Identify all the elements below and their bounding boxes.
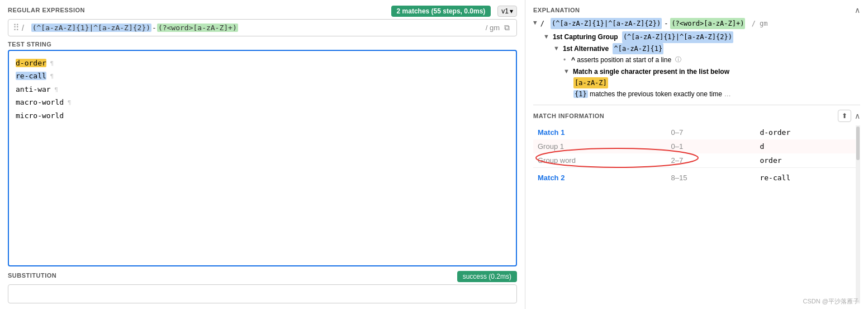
match-info-table: Match 1 0–7 d-order Group 1 0–1 d Group … (533, 125, 860, 185)
substitution-label: SUBSTITUTION (8, 272, 56, 279)
substitution-section: SUBSTITUTION success (0.2ms) (8, 271, 517, 303)
group1-value: d (755, 139, 860, 153)
test-string-section: TEST STRING d-order ¶ re-call ¶ anti-war… (8, 41, 517, 266)
scrollbar-thumb (856, 127, 860, 160)
chevron-down-icon: ▾ (510, 7, 513, 15)
test-line-3: anti-war ¶ (16, 83, 509, 96)
left-panel: REGULAR EXPRESSION 2 matches (55 steps, … (0, 0, 525, 309)
match1-label: Match 1 (533, 125, 666, 139)
match-info-label: MATCH INFORMATION (533, 113, 604, 119)
test-string-area[interactable]: d-order ¶ re-call ¶ anti-war ¶ macro-wor… (8, 50, 517, 266)
exp-header: EXPLANATION ∧ (533, 6, 860, 15)
match-info-header: MATCH INFORMATION ⬆ ∧ (533, 110, 860, 122)
explanation-collapse-icon[interactable]: ∧ (855, 6, 860, 15)
regex-section: REGULAR EXPRESSION 2 matches (55 steps, … (8, 6, 517, 36)
group1-label: Group 1 (533, 139, 666, 153)
group-word-range: 2–7 (666, 153, 755, 168)
regex-input-row: ⠿ / (^[a-zA-Z]{1}|^[a-zA-Z]{2}) - (?<wor… (8, 19, 517, 36)
sub-header: SUBSTITUTION success (0.2ms) (8, 271, 517, 282)
match2-label: Match 2 (533, 167, 666, 185)
substitution-input[interactable] (8, 284, 517, 303)
copy-button[interactable]: ⧉ (502, 22, 512, 34)
version-selector[interactable]: v1 ▾ (497, 6, 517, 17)
table-row: Match 2 8–15 re-call (533, 167, 860, 185)
table-row: Group 1 0–1 d (533, 139, 860, 153)
drag-handle-icon: ⠿ (13, 22, 20, 33)
tree-item-quantifier: {1} matches the previous token exactly o… (573, 88, 860, 100)
tree-item-capturing-group: ▼ 1st Capturing Group (^[a-zA-Z]{1}|^[a-… (543, 31, 860, 43)
tree-item-char-class: ▼ Match a single character present in th… (563, 66, 860, 77)
explanation-label: EXPLANATION (533, 7, 580, 13)
match-highlight-1: d-order (16, 59, 46, 67)
match2-range: 8–15 (666, 167, 755, 185)
test-string-label: TEST STRING (8, 41, 517, 48)
match1-value: d-order (755, 125, 860, 139)
test-line-2: re-call ¶ (16, 69, 509, 82)
group-word-value: order (755, 153, 860, 168)
match-info-collapse-icon[interactable]: ∧ (855, 111, 860, 120)
info-icon[interactable]: ⓘ (675, 54, 681, 65)
match2-value: re-call (755, 167, 860, 185)
tree-item-bracket: [a-zA-Z] (573, 77, 860, 88)
regex-content[interactable]: (^[a-zA-Z]{1}|^[a-zA-Z]{2}) - (?<word>[a… (26, 24, 481, 32)
test-line-1: d-order ¶ (16, 57, 509, 69)
test-line-5: micro-world (16, 109, 509, 122)
group1-range: 0–1 (666, 139, 755, 153)
match-info-content: Match 1 0–7 d-order Group 1 0–1 d Group … (533, 125, 860, 303)
regex-label: REGULAR EXPRESSION (8, 7, 85, 13)
tree-item-assert: • ^ asserts position at start of a line … (563, 54, 860, 65)
exp-content: ▼ / (^[a-zA-Z]{1}|^[a-zA-Z]{2}) - (?<wor… (533, 18, 860, 100)
right-scrollbar[interactable] (856, 125, 860, 303)
sub-badge: success (0.2ms) (457, 271, 517, 282)
match1-range: 0–7 (666, 125, 755, 139)
exp-regex-line: ▼ / (^[a-zA-Z]{1}|^[a-zA-Z]{2}) - (?<wor… (533, 18, 860, 29)
regex-header: REGULAR EXPRESSION 2 matches (55 steps, … (8, 6, 517, 17)
group-word-label: Group word (533, 153, 666, 168)
match-highlight-2: re-call (16, 72, 46, 80)
export-button[interactable]: ⬆ (838, 110, 851, 122)
table-row: Group word 2–7 order (533, 153, 860, 168)
watermark: CSDN @平沙落雁子 (803, 297, 859, 306)
match-info-section: MATCH INFORMATION ⬆ ∧ Match 1 0–7 d-orde… (533, 110, 860, 303)
explanation-section: EXPLANATION ∧ ▼ / (^[a-zA-Z]{1}|^[a-zA-Z… (533, 6, 860, 105)
right-panel: EXPLANATION ∧ ▼ / (^[a-zA-Z]{1}|^[a-zA-Z… (525, 0, 868, 309)
match-badge: 2 matches (55 steps, 0.0ms) (391, 6, 491, 17)
exp-tree-toggle[interactable]: ▼ (533, 18, 537, 29)
test-line-4: macro-world ¶ (16, 96, 509, 109)
table-row: Match 1 0–7 d-order (533, 125, 860, 139)
tree-item-alt1: ▼ 1st Alternative ^[a-zA-Z]{1} (553, 43, 860, 54)
